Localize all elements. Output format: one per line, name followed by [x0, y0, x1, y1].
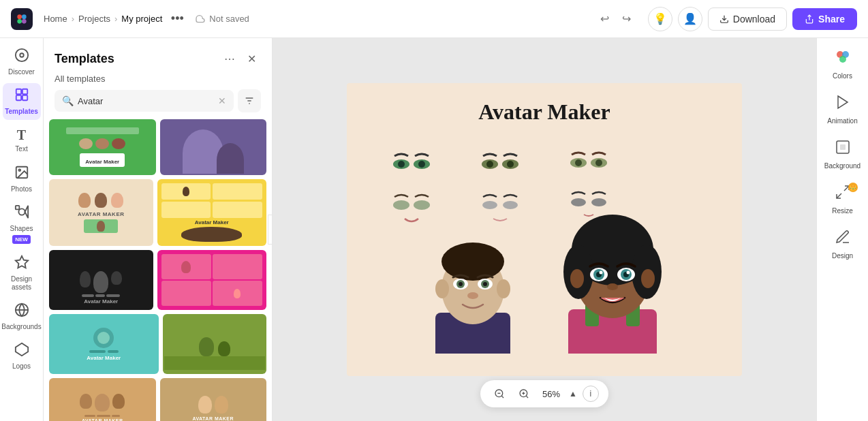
sidebar-item-design-assets-label: Design assets	[5, 275, 38, 292]
topbar-actions: 💡 👤 Download Share	[648, 7, 857, 31]
sidebar-item-shapes[interactable]: Shapes NEW	[3, 200, 41, 248]
svg-point-30	[507, 161, 514, 168]
right-item-design[interactable]: Design	[821, 223, 865, 266]
animation-icon	[835, 94, 851, 114]
template-card[interactable]	[160, 119, 267, 175]
canvas-avatar-svg	[354, 136, 735, 354]
zoom-chevron[interactable]: ▲	[569, 389, 577, 399]
breadcrumb-projects[interactable]: Projects	[78, 14, 110, 24]
svg-point-46	[497, 279, 510, 298]
svg-point-35	[393, 200, 409, 210]
svg-rect-11	[22, 95, 27, 100]
sidebar-item-text[interactable]: T Text	[3, 123, 41, 158]
svg-point-52	[483, 282, 487, 286]
left-sidebar: Discover Templates T Text Photos Shapes …	[0, 38, 44, 421]
svg-point-45	[435, 279, 449, 298]
template-card[interactable]: AVATAR MAKER	[49, 179, 153, 246]
svg-point-53	[467, 292, 478, 299]
search-input[interactable]	[78, 96, 214, 106]
svg-point-33	[575, 159, 582, 166]
svg-point-82	[839, 56, 846, 63]
sidebar-item-photos[interactable]: Photos	[3, 161, 41, 198]
right-item-colors-label: Colors	[833, 72, 852, 80]
sidebar-item-photos-label: Photos	[11, 185, 32, 193]
canvas-title: Avatar Maker	[478, 99, 610, 125]
undo-button[interactable]: ↩	[595, 9, 615, 29]
zoom-info-button[interactable]: i	[583, 386, 599, 402]
svg-point-39	[571, 198, 586, 206]
panel-more-button[interactable]: ⋯	[220, 49, 239, 68]
sidebar-item-templates-label: Templates	[5, 108, 38, 116]
sidebar-item-templates[interactable]: Templates	[3, 83, 41, 120]
canvas-area: Avatar Maker	[273, 38, 816, 421]
svg-rect-85	[840, 144, 846, 150]
right-item-colors[interactable]: Colors	[821, 44, 865, 86]
template-card[interactable]	[163, 314, 267, 374]
svg-marker-83	[838, 96, 848, 108]
sidebar-item-backgrounds-label: Backgrounds	[1, 323, 41, 331]
download-button[interactable]: Download	[708, 7, 787, 31]
idea-button[interactable]: 💡	[648, 7, 672, 31]
zoom-bar: 56% ▲ i	[480, 380, 608, 407]
crown-badge: 👑	[848, 183, 858, 192]
breadcrumb-current: My project	[121, 14, 162, 24]
shapes-new-badge: NEW	[12, 235, 31, 244]
svg-rect-10	[16, 95, 20, 100]
right-item-resize[interactable]: 👑 Resize	[821, 178, 865, 221]
right-item-background[interactable]: Background	[821, 134, 865, 176]
svg-rect-8	[16, 89, 20, 94]
svg-rect-9	[22, 89, 27, 94]
more-options-button[interactable]: •••	[168, 10, 187, 29]
template-card[interactable]: Avatar Maker	[49, 250, 153, 310]
right-item-resize-label: Resize	[832, 207, 853, 215]
panel-expand-arrow[interactable]: ›	[268, 215, 273, 245]
profile-button[interactable]: 👤	[678, 7, 702, 31]
breadcrumb-home[interactable]: Home	[44, 14, 67, 24]
panel-close-button[interactable]: ✕	[242, 49, 261, 68]
template-grid-row: AVATAR MAKER Avatar Maker	[49, 179, 266, 246]
right-item-background-label: Background	[824, 162, 861, 170]
backgrounds-icon	[14, 302, 29, 321]
right-item-animation[interactable]: Animation	[821, 89, 865, 131]
template-card[interactable]: AVATAR MAKER	[49, 378, 156, 421]
zoom-out-button[interactable]	[490, 384, 509, 403]
canvas-background[interactable]: Avatar Maker	[347, 83, 742, 376]
sidebar-item-design-assets[interactable]: Design assets	[3, 251, 41, 296]
redo-button[interactable]: ↪	[617, 9, 637, 29]
breadcrumb: Home › Projects › My project	[44, 14, 162, 24]
template-card[interactable]: Avatar Maker	[157, 179, 267, 246]
svg-rect-15	[15, 206, 19, 210]
svg-point-70	[600, 271, 603, 275]
svg-line-77	[526, 396, 528, 398]
photos-icon	[14, 165, 29, 183]
templates-icon	[14, 87, 29, 106]
svg-line-87	[837, 193, 841, 198]
sidebar-item-logos[interactable]: Logos	[3, 338, 41, 375]
template-card[interactable]	[157, 250, 267, 310]
svg-point-7	[20, 53, 24, 57]
svg-point-38	[503, 201, 518, 209]
clear-search-icon[interactable]: ✕	[218, 95, 226, 106]
design-assets-icon	[14, 255, 29, 273]
sidebar-item-discover[interactable]: Discover	[3, 44, 41, 80]
breadcrumb-sep2: ›	[114, 14, 117, 24]
template-card[interactable]: Avatar Maker	[49, 119, 156, 175]
svg-point-34	[595, 159, 602, 166]
templates-panel: Templates ⋯ ✕ All templates 🔍 ✕	[44, 38, 273, 421]
share-button[interactable]: Share	[792, 8, 857, 30]
app-logo[interactable]	[11, 8, 33, 30]
right-item-design-label: Design	[832, 252, 853, 260]
template-card[interactable]: AVATAR MAKER	[160, 378, 267, 421]
shapes-icon	[14, 204, 29, 223]
breadcrumb-sep1: ›	[72, 14, 74, 24]
svg-marker-19	[15, 343, 27, 356]
sidebar-item-backgrounds[interactable]: Backgrounds	[3, 298, 41, 335]
svg-point-37	[482, 201, 497, 209]
filter-button[interactable]	[238, 89, 261, 112]
discover-icon	[14, 48, 29, 66]
template-card[interactable]: Avatar Maker	[49, 314, 159, 374]
svg-point-26	[418, 161, 425, 168]
canvas-wrapper: Avatar Maker	[347, 83, 742, 376]
zoom-in-button[interactable]	[514, 384, 533, 403]
template-grid: Avatar Maker AVATAR MAKER	[44, 119, 272, 421]
